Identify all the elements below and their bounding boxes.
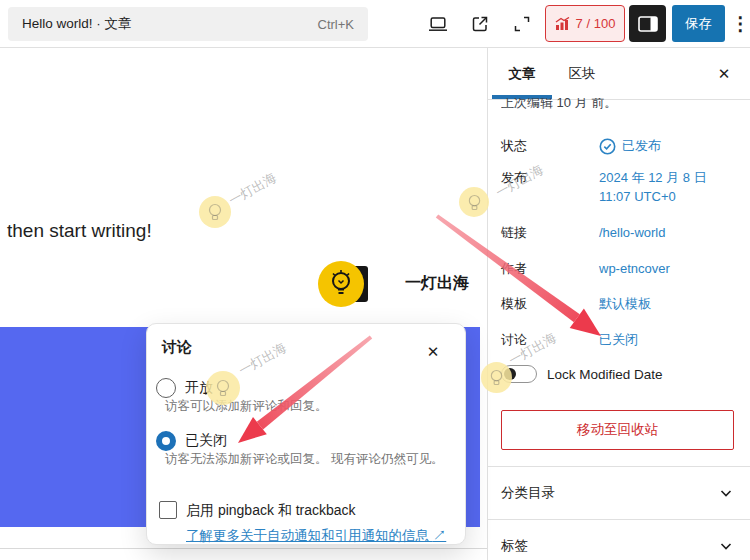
watermark-logo	[318, 261, 364, 307]
discussion-popover: 讨论 ✕ 开放 访客可以添加新评论和回复。 已关闭 访客无法添加新评论或回复。 …	[146, 323, 466, 545]
save-button[interactable]: 保存	[672, 5, 725, 42]
dialog-close-button[interactable]: ✕	[421, 340, 445, 364]
row-link-value[interactable]: /hello-world	[599, 224, 665, 243]
dialog-title: 讨论	[162, 338, 192, 357]
check-circle-icon	[599, 138, 616, 155]
row-discussion: 讨论 已关闭	[501, 331, 738, 350]
row-template-label: 模板	[501, 295, 599, 314]
radio-closed-label[interactable]: 已关闭	[185, 432, 227, 450]
row-publish: 发布 2024 年 12 月 8 日 11:07 UTC+0	[501, 169, 738, 207]
lock-modified-date-row: Lock Modified Date	[501, 365, 663, 383]
sidebar-tabbar: 文章 区块	[488, 48, 750, 100]
categories-panel-toggle[interactable]: 分类目录	[488, 467, 750, 519]
post-settings-sidebar: 文章 区块 ✕ 上次编辑 10 月 前。 状态 已发布 发布 2024 年 12…	[487, 48, 750, 560]
radio-open[interactable]	[156, 378, 176, 398]
categories-panel-label: 分类目录	[501, 484, 555, 502]
row-link-label: 链接	[501, 224, 599, 243]
learn-more-link[interactable]: 了解更多关于自动通知和引用通知的信息 ↗	[186, 527, 446, 545]
row-publish-label: 发布	[501, 169, 599, 207]
lock-modified-date-label: Lock Modified Date	[547, 367, 663, 382]
command-search-bar[interactable]: Hello world! · 文章 Ctrl+K	[8, 7, 368, 41]
radio-open-description: 访客可以添加新评论和回复。	[165, 396, 455, 417]
row-status: 状态 已发布	[501, 137, 738, 156]
laptop-preview-icon	[428, 14, 448, 34]
preview-button[interactable]	[427, 13, 449, 35]
chevron-down-icon	[718, 485, 734, 501]
seo-score-value: 7 / 100	[576, 16, 616, 31]
lock-modified-date-toggle[interactable]	[501, 365, 537, 383]
pingback-checkbox-label[interactable]: 启用 pingback 和 trackback	[186, 502, 356, 520]
row-discussion-value[interactable]: 已关闭	[599, 331, 638, 350]
radio-closed-description: 访客无法添加新评论或回复。 现有评论仍然可见。	[165, 449, 455, 470]
options-menu-button[interactable]: ⋮	[731, 11, 749, 37]
post-paragraph[interactable]: then start writing!	[7, 220, 152, 242]
row-template-value[interactable]: 默认模板	[599, 295, 651, 314]
radio-open-label[interactable]: 开放	[185, 379, 213, 397]
row-status-label: 状态	[501, 137, 599, 156]
sidebar-toggle-icon	[638, 16, 658, 32]
row-publish-value[interactable]: 2024 年 12 月 8 日 11:07 UTC+0	[599, 169, 729, 207]
row-template: 模板 默认模板	[501, 295, 738, 314]
tags-panel-label: 标签	[501, 537, 528, 555]
seo-chart-icon	[555, 17, 570, 31]
row-link: 链接 /hello-world	[501, 224, 738, 243]
watermark-text: 一灯出海	[226, 169, 280, 210]
wordpress-editor: Hello world! · 文章 Ctrl+K	[0, 0, 750, 560]
row-author-value[interactable]: wp-etncover	[599, 260, 670, 279]
move-to-trash-button[interactable]: 移动至回收站	[501, 410, 734, 450]
external-link-icon	[470, 14, 490, 34]
fullscreen-button[interactable]	[511, 13, 533, 35]
watermark-brand-text: 一灯出海	[405, 273, 469, 294]
watermark-bulb-faint	[459, 187, 489, 217]
close-sidebar-button[interactable]: ✕	[712, 62, 736, 86]
row-discussion-label: 讨论	[501, 331, 599, 350]
toggle-knob	[504, 368, 516, 380]
settings-sidebar-toggle[interactable]	[629, 5, 666, 42]
chevron-down-icon	[718, 538, 734, 554]
tags-panel-toggle[interactable]: 标签	[488, 520, 750, 560]
seo-score-badge[interactable]: 7 / 100	[545, 5, 625, 42]
row-status-value[interactable]: 已发布	[599, 137, 661, 156]
tab-block[interactable]: 区块	[552, 48, 612, 99]
radio-closed[interactable]	[156, 431, 176, 451]
fullscreen-icon	[512, 14, 532, 34]
canvas-bottom-divider	[0, 548, 487, 549]
keyboard-shortcut-hint: Ctrl+K	[318, 17, 354, 32]
external-arrow-icon: ↗	[433, 528, 447, 543]
tab-post[interactable]: 文章	[492, 48, 552, 99]
watermark-bulb-faint	[199, 196, 231, 228]
last-edited-text: 上次编辑 10 月 前。	[501, 98, 617, 115]
pingback-checkbox[interactable]	[159, 501, 177, 519]
row-author-label: 作者	[501, 260, 599, 279]
document-title: Hello world! · 文章	[22, 15, 132, 33]
row-author: 作者 wp-etncover	[501, 260, 738, 279]
lightbulb-icon	[329, 269, 353, 299]
view-post-button[interactable]	[469, 13, 491, 35]
editor-topbar: Hello world! · 文章 Ctrl+K	[0, 0, 750, 48]
watermark-logo-tab	[352, 266, 368, 302]
